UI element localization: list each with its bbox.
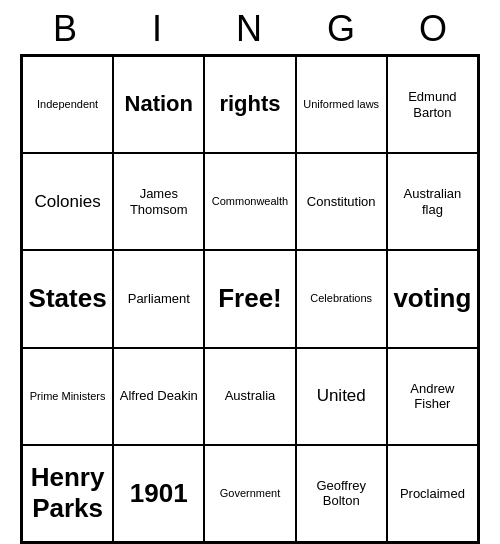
bingo-cell-15: Prime Ministers	[22, 348, 113, 445]
bingo-cell-12: Free!	[204, 250, 295, 347]
bingo-cell-9: Australian flag	[387, 153, 478, 250]
bingo-cell-18: United	[296, 348, 387, 445]
bingo-cell-1: Nation	[113, 56, 204, 153]
bingo-cell-20: Henry Parks	[22, 445, 113, 542]
bingo-cell-11: Parliament	[113, 250, 204, 347]
bingo-cell-23: Geoffrey Bolton	[296, 445, 387, 542]
title-g: G	[302, 8, 382, 50]
title-o: O	[394, 8, 474, 50]
bingo-cell-24: Proclaimed	[387, 445, 478, 542]
bingo-cell-0: Independent	[22, 56, 113, 153]
bingo-grid: IndependentNationrightsUniformed lawsEdm…	[20, 54, 480, 544]
bingo-cell-13: Celebrations	[296, 250, 387, 347]
title-n: N	[210, 8, 290, 50]
bingo-cell-16: Alfred Deakin	[113, 348, 204, 445]
bingo-cell-7: Commonwealth	[204, 153, 295, 250]
bingo-cell-17: Australia	[204, 348, 295, 445]
title-i: I	[118, 8, 198, 50]
bingo-cell-19: Andrew Fisher	[387, 348, 478, 445]
bingo-cell-6: James Thomsom	[113, 153, 204, 250]
title-b: B	[26, 8, 106, 50]
bingo-title: B I N G O	[20, 0, 480, 54]
bingo-cell-5: Colonies	[22, 153, 113, 250]
bingo-cell-8: Constitution	[296, 153, 387, 250]
bingo-cell-4: Edmund Barton	[387, 56, 478, 153]
bingo-cell-10: States	[22, 250, 113, 347]
bingo-cell-21: 1901	[113, 445, 204, 542]
bingo-cell-3: Uniformed laws	[296, 56, 387, 153]
bingo-cell-22: Government	[204, 445, 295, 542]
bingo-cell-2: rights	[204, 56, 295, 153]
bingo-cell-14: voting	[387, 250, 478, 347]
